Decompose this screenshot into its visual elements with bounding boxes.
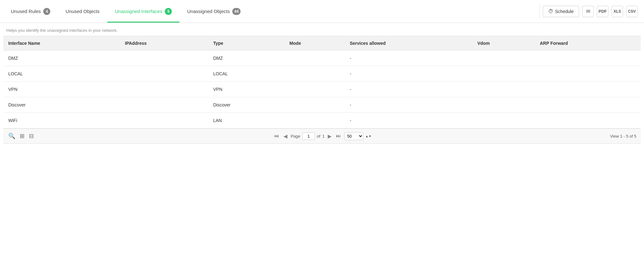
tabs-container: Unused Rules 4 Unused Objects Unassigned…	[3, 0, 539, 23]
cell-mode	[284, 82, 345, 97]
view-range-label: View 1 - 5 of 5	[610, 134, 636, 139]
pdf-icon: PDF	[598, 9, 607, 14]
cell-services-allowed: -	[345, 113, 472, 128]
cell-mode	[284, 113, 345, 128]
table-row: VPNVPN-	[3, 82, 641, 97]
cell-interface-name: WiFi	[3, 113, 120, 128]
page-number-input[interactable]	[302, 133, 315, 140]
tab-unassigned-objects[interactable]: Unassigned Objects 44	[179, 0, 248, 23]
table-footer: 🔍 ⊞ ⊟ ⏮ ◀ Page of 1 ▶ ⏭ 50 25 100 ▲▼ Vie…	[3, 128, 641, 144]
clock-icon: ⏱	[548, 9, 553, 14]
grid-view-button[interactable]: ⊞	[19, 132, 25, 140]
table-row: DMZDMZ-	[3, 51, 641, 66]
table-row: LOCALLOCAL-	[3, 66, 641, 82]
cell-type: VPN	[208, 82, 284, 97]
cell-arp-forward	[535, 51, 641, 66]
cell-vdom	[472, 51, 535, 66]
search-icon: 🔍	[8, 133, 15, 139]
of-label: of	[317, 134, 320, 139]
cell-ip-address	[120, 66, 208, 82]
tab-unused-objects[interactable]: Unused Objects	[58, 0, 107, 23]
per-page-select[interactable]: 50 25 100	[344, 132, 363, 140]
xls-icon: XLS	[613, 9, 621, 14]
cell-ip-address	[120, 97, 208, 113]
col-header-arp-forward: ARP Forward	[535, 36, 641, 51]
xls-export-button[interactable]: XLS	[612, 6, 623, 17]
per-page-arrow-icon: ▲▼	[365, 134, 372, 138]
cell-ip-address	[120, 113, 208, 128]
col-header-services-allowed: Services allowed	[345, 36, 472, 51]
cell-type: LOCAL	[208, 66, 284, 82]
cell-services-allowed: -	[345, 82, 472, 97]
schedule-label: Schedule	[555, 9, 574, 14]
cell-mode	[284, 51, 345, 66]
next-page-button[interactable]: ▶	[326, 133, 333, 140]
cell-interface-name: VPN	[3, 82, 120, 97]
cell-arp-forward	[535, 97, 641, 113]
email-icon: ✉	[586, 8, 590, 14]
tab-unused-rules[interactable]: Unused Rules 4	[3, 0, 58, 23]
pagination-controls: ⏮ ◀ Page of 1 ▶ ⏭ 50 25 100 ▲▼	[273, 132, 371, 140]
export-icon-button[interactable]: ⊟	[28, 132, 34, 140]
tab-unassigned-objects-label: Unassigned Objects	[187, 9, 230, 14]
cell-type: LAN	[208, 113, 284, 128]
col-header-vdom: Vdom	[472, 36, 535, 51]
cell-type: DMZ	[208, 51, 284, 66]
cell-vdom	[472, 97, 535, 113]
page-label: Page	[290, 134, 300, 139]
cell-ip-address	[120, 51, 208, 66]
cell-arp-forward	[535, 82, 641, 97]
tab-bar: Unused Rules 4 Unused Objects Unassigned…	[0, 0, 644, 23]
csv-icon: CSV	[628, 9, 636, 14]
cell-arp-forward	[535, 113, 641, 128]
cell-interface-name: Discover	[3, 97, 120, 113]
cell-ip-address	[120, 82, 208, 97]
cell-mode	[284, 97, 345, 113]
cell-vdom	[472, 66, 535, 82]
toolbar-right: ⏱ Schedule ✉ PDF XLS CSV	[540, 0, 641, 23]
cell-interface-name: DMZ	[3, 51, 120, 66]
csv-export-button[interactable]: CSV	[626, 6, 638, 17]
cell-mode	[284, 66, 345, 82]
description-text: Helps you identify the unassigned interf…	[0, 23, 644, 36]
tab-unassigned-interfaces-badge: 5	[165, 8, 172, 15]
cell-vdom	[472, 113, 535, 128]
last-page-button[interactable]: ⏭	[335, 133, 342, 140]
col-header-mode: Mode	[284, 36, 345, 51]
cell-vdom	[472, 82, 535, 97]
tab-unused-objects-label: Unused Objects	[66, 9, 100, 14]
cell-services-allowed: -	[345, 51, 472, 66]
grid-icon: ⊞	[20, 133, 24, 139]
tab-unassigned-interfaces[interactable]: Unassigned Interfaces 5	[107, 0, 179, 23]
table-container: Interface Name IPAddress Type Mode Servi…	[3, 36, 641, 128]
footer-left-controls: 🔍 ⊞ ⊟	[8, 132, 34, 140]
first-page-button[interactable]: ⏮	[273, 133, 280, 140]
col-header-type: Type	[208, 36, 284, 51]
email-export-button[interactable]: ✉	[582, 6, 594, 17]
tab-unassigned-interfaces-label: Unassigned Interfaces	[115, 9, 162, 14]
tab-unused-rules-badge: 4	[43, 8, 50, 15]
tab-unused-rules-label: Unused Rules	[11, 9, 41, 14]
total-pages: 1	[322, 134, 325, 139]
tab-unassigned-objects-badge: 44	[232, 8, 240, 15]
cell-arp-forward	[535, 66, 641, 82]
col-header-ip-address: IPAddress	[120, 36, 208, 51]
col-header-interface-name: Interface Name	[3, 36, 120, 51]
table-row: DiscoverDiscover-	[3, 97, 641, 113]
export-icon: ⊟	[29, 133, 34, 139]
table-body: DMZDMZ-LOCALLOCAL-VPNVPN-DiscoverDiscove…	[3, 51, 641, 128]
pdf-export-button[interactable]: PDF	[597, 6, 608, 17]
cell-services-allowed: -	[345, 66, 472, 82]
prev-page-button[interactable]: ◀	[282, 133, 289, 140]
cell-services-allowed: -	[345, 97, 472, 113]
table-row: WiFiLAN-	[3, 113, 641, 128]
cell-type: Discover	[208, 97, 284, 113]
search-icon-button[interactable]: 🔍	[8, 132, 16, 140]
cell-interface-name: LOCAL	[3, 66, 120, 82]
table-header: Interface Name IPAddress Type Mode Servi…	[3, 36, 641, 51]
interfaces-table: Interface Name IPAddress Type Mode Servi…	[3, 36, 641, 128]
schedule-button[interactable]: ⏱ Schedule	[543, 6, 579, 17]
